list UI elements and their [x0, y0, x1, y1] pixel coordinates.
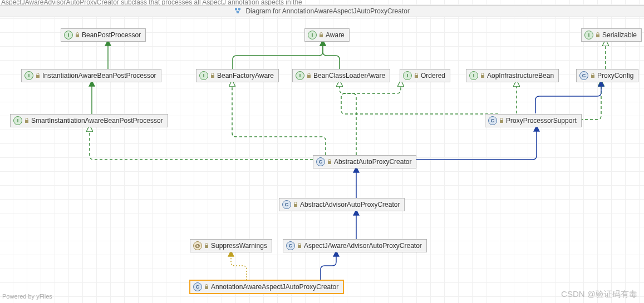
- node-proxyconfig[interactable]: CProxyConfig: [576, 69, 638, 82]
- node-label: ProxyProcessorSupport: [506, 117, 577, 125]
- svg-rect-5: [596, 34, 599, 37]
- lock-icon: [210, 73, 215, 78]
- interface-icon: I: [469, 71, 478, 80]
- node-suppresswarnings[interactable]: @SuppressWarnings: [190, 239, 272, 252]
- node-beanfactoryaware[interactable]: IBeanFactoryAware: [196, 69, 279, 82]
- svg-rect-11: [591, 75, 594, 78]
- interface-icon: I: [403, 71, 412, 80]
- node-label: AbstractAutoProxyCreator: [334, 158, 411, 166]
- svg-rect-13: [500, 120, 503, 123]
- interface-icon: I: [199, 71, 208, 80]
- lock-icon: [595, 32, 601, 38]
- node-label: InstantiationAwareBeanPostProcessor: [42, 72, 156, 80]
- svg-rect-14: [328, 161, 331, 164]
- svg-rect-0: [235, 8, 237, 10]
- lock-icon: [24, 118, 30, 123]
- node-beanpostprocessor[interactable]: IBeanPostProcessor: [61, 28, 146, 42]
- diagram-page: AspectJAwareAdvisorAutoProxyCreator subc…: [0, 0, 644, 303]
- svg-rect-10: [481, 75, 484, 78]
- lock-icon: [35, 73, 41, 78]
- svg-rect-4: [319, 34, 323, 37]
- interface-icon: I: [24, 71, 33, 80]
- node-label: BeanFactoryAware: [217, 72, 274, 80]
- svg-rect-12: [25, 120, 28, 123]
- watermark: CSDN @验证码有毒: [561, 289, 637, 300]
- svg-rect-18: [205, 286, 208, 289]
- node-annotationawareaspectjapc[interactable]: CAnnotationAwareAspectJAutoProxyCreator: [190, 280, 343, 294]
- node-label: Ordered: [421, 72, 445, 80]
- powered-by: Powered by yFiles: [2, 293, 52, 300]
- node-label: ProxyConfig: [597, 72, 633, 80]
- node-instantiationawarebpp[interactable]: IInstantiationAwareBeanPostProcessor: [21, 69, 161, 82]
- node-beanclassloaderaware[interactable]: IBeanClassLoaderAware: [292, 69, 390, 82]
- node-label: AbstractAdvisorAutoProxyCreator: [300, 201, 400, 208]
- node-smartinstantiation[interactable]: ISmartInstantiationAwareBeanPostProcesso…: [10, 114, 168, 127]
- node-ordered[interactable]: IOrdered: [400, 69, 450, 82]
- svg-rect-16: [205, 245, 208, 248]
- node-label: BeanPostProcessor: [82, 31, 141, 39]
- class-icon: C: [488, 116, 497, 125]
- svg-rect-8: [307, 75, 311, 78]
- lock-icon: [306, 73, 312, 78]
- interface-icon: I: [296, 71, 304, 80]
- lock-icon: [414, 73, 419, 78]
- node-proxyprocessorsupport[interactable]: CProxyProcessorSupport: [485, 114, 582, 127]
- node-serializable[interactable]: ISerializable: [581, 28, 642, 42]
- class-icon: C: [286, 241, 295, 250]
- lock-icon: [327, 159, 332, 165]
- node-label: BeanClassLoaderAware: [313, 72, 385, 80]
- node-aopinfrabean[interactable]: IAopInfrastructureBean: [466, 69, 559, 82]
- class-icon: C: [282, 200, 291, 209]
- svg-rect-9: [415, 75, 418, 78]
- class-icon: C: [193, 282, 202, 291]
- diagram-icon: [234, 6, 241, 17]
- node-label: SuppressWarnings: [211, 242, 267, 250]
- node-abstractadvisorapc[interactable]: CAbstractAdvisorAutoProxyCreator: [279, 198, 405, 211]
- node-label: Aware: [326, 31, 345, 39]
- lock-icon: [590, 73, 596, 78]
- node-aware[interactable]: IAware: [304, 28, 350, 42]
- lock-icon: [75, 32, 80, 38]
- node-label: AnnotationAwareAspectJAutoProxyCreator: [211, 283, 338, 291]
- diagram-title: Diagram for AnnotationAwareAspectJAutoPr…: [245, 7, 410, 15]
- node-label: Serializable: [602, 31, 637, 39]
- node-aspectjawareadvisorapc[interactable]: CAspectJAwareAdvisorAutoProxyCreator: [283, 239, 427, 252]
- node-label: SmartInstantiationAwareBeanPostProcessor: [31, 117, 163, 125]
- node-label: AspectJAwareAdvisorAutoProxyCreator: [304, 242, 422, 250]
- lock-icon: [318, 32, 324, 38]
- node-abstractautoproxycreator[interactable]: CAbstractAutoProxyCreator: [313, 155, 416, 168]
- interface-icon: I: [13, 116, 22, 125]
- svg-rect-15: [294, 204, 297, 207]
- lock-icon: [499, 118, 504, 123]
- svg-rect-17: [298, 245, 301, 248]
- svg-rect-1: [238, 8, 240, 10]
- title-bar: Diagram for AnnotationAwareAspectJAutoPr…: [0, 5, 644, 17]
- interface-icon: I: [584, 31, 593, 39]
- class-icon: C: [316, 157, 325, 166]
- class-icon: C: [579, 71, 588, 80]
- annotation-icon: @: [193, 241, 202, 250]
- lock-icon: [204, 284, 209, 290]
- lock-icon: [297, 243, 302, 249]
- svg-rect-3: [76, 34, 79, 37]
- interface-icon: I: [64, 31, 73, 39]
- node-label: AopInfrastructureBean: [487, 72, 554, 80]
- lock-icon: [293, 202, 298, 207]
- svg-rect-2: [237, 11, 239, 13]
- interface-icon: I: [308, 31, 317, 39]
- grid-background: [0, 0, 644, 303]
- svg-rect-7: [211, 75, 214, 78]
- lock-icon: [204, 243, 209, 249]
- lock-icon: [480, 73, 485, 78]
- svg-rect-6: [36, 75, 40, 78]
